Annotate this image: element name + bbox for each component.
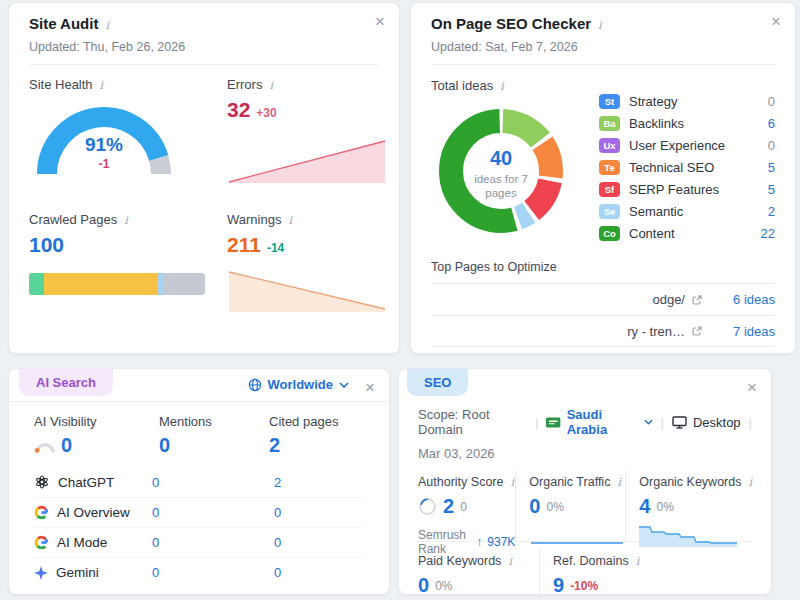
ai-search-widget: AI Search Worldwide × AI Visibility 0 Me… xyxy=(8,368,390,595)
backlinks-badge: Ba xyxy=(599,116,620,131)
ai-visibility-label: AI Visibility xyxy=(34,414,159,429)
semrush-rank-value[interactable]: 937K xyxy=(487,535,515,549)
strategy-badge: St xyxy=(599,94,620,109)
errors-metric: Errorsi 32+30 xyxy=(227,77,387,188)
organic-keywords-sparkline xyxy=(639,522,752,552)
divider xyxy=(29,64,379,65)
legend-label: Content xyxy=(629,226,675,241)
platform-label: AI Mode xyxy=(57,535,107,550)
crawled-pages-metric: Crawled Pagesi 100 xyxy=(29,212,205,317)
ai-search-tab[interactable]: AI Search xyxy=(19,369,113,396)
chatgpt-icon xyxy=(34,474,50,490)
close-icon[interactable]: × xyxy=(365,379,375,396)
region-selector[interactable]: Worldwide xyxy=(248,377,349,392)
crawled-pages-label: Crawled Pages xyxy=(29,212,117,227)
seo-widget: SEO × Scope: Root Domain | Saudi Arabia … xyxy=(398,368,772,595)
legend-value[interactable]: 6 xyxy=(768,116,775,131)
authority-score-value[interactable]: 2 xyxy=(443,495,454,518)
paid-keywords-value[interactable]: 0 xyxy=(418,574,429,597)
legend-value[interactable]: 2 xyxy=(768,204,775,219)
separator: | xyxy=(535,415,538,430)
ideas-link[interactable]: 7 ideas xyxy=(703,324,775,339)
page-link[interactable]: ry - tren… xyxy=(627,324,685,339)
platform-mentions[interactable]: 0 xyxy=(152,505,274,520)
platform-row-gemini: Gemini 0 0 xyxy=(34,557,364,587)
info-icon[interactable]: i xyxy=(500,80,504,93)
info-icon[interactable]: i xyxy=(269,79,273,92)
info-icon[interactable]: i xyxy=(288,214,292,227)
authority-score-metric: Authority Scorei 2 0 Semrush Rank ↑ 937K xyxy=(418,470,515,541)
divider xyxy=(431,64,775,65)
ai-visibility-metric: AI Visibility 0 xyxy=(34,414,159,457)
top-page-row: ry - tren… 7 ideas xyxy=(431,315,775,347)
organic-traffic-value[interactable]: 0 xyxy=(529,495,540,518)
legend-label: Technical SEO xyxy=(629,160,714,175)
ref-domains-label: Ref. Domains xyxy=(553,554,629,568)
platform-cited[interactable]: 0 xyxy=(274,565,364,580)
organic-keywords-delta: 0% xyxy=(656,500,673,514)
organic-traffic-delta: 0% xyxy=(546,500,563,514)
legend-label: Strategy xyxy=(629,94,677,109)
legend-value: 0 xyxy=(768,138,775,153)
legend-value[interactable]: 5 xyxy=(768,160,775,175)
platform-mentions[interactable]: 0 xyxy=(152,535,274,550)
organic-keywords-value[interactable]: 4 xyxy=(639,495,650,518)
rank-up-arrow: ↑ xyxy=(476,535,482,549)
platform-cited[interactable]: 0 xyxy=(274,535,364,550)
authority-gauge-icon xyxy=(418,497,437,516)
ref-domains-value[interactable]: 9 xyxy=(553,574,564,597)
seo-tab[interactable]: SEO xyxy=(407,369,468,396)
platform-label: Gemini xyxy=(56,565,99,580)
platform-cited[interactable]: 0 xyxy=(274,505,364,520)
close-icon[interactable]: × xyxy=(747,379,757,396)
info-icon[interactable]: i xyxy=(510,476,514,489)
mentions-value[interactable]: 0 xyxy=(159,434,170,457)
globe-icon xyxy=(248,378,262,392)
site-audit-widget: Site Auditi × Updated: Thu, Feb 26, 2026… xyxy=(8,2,400,354)
crawled-pages-value[interactable]: 100 xyxy=(29,233,205,257)
errors-value[interactable]: 32 xyxy=(227,98,250,121)
site-health-label: Site Health xyxy=(29,77,93,92)
user-experience-badge: Ux xyxy=(599,138,620,153)
info-icon[interactable]: i xyxy=(100,79,104,92)
errors-trend-chart xyxy=(227,136,387,188)
device-selector[interactable]: Desktop xyxy=(672,415,741,430)
ai-visibility-value[interactable]: 0 xyxy=(61,434,72,457)
cited-pages-value[interactable]: 2 xyxy=(269,434,280,457)
desktop-icon xyxy=(672,416,687,429)
legend-item: SfSERP Features5 xyxy=(599,178,775,200)
info-icon[interactable]: i xyxy=(636,555,640,568)
top-pages-heading: Top Pages to Optimize xyxy=(431,252,775,283)
close-icon[interactable]: × xyxy=(771,13,781,30)
platform-mentions[interactable]: 0 xyxy=(152,565,274,580)
info-icon[interactable]: i xyxy=(598,19,602,32)
legend-item: UxUser Experience0 xyxy=(599,134,775,156)
page-link[interactable]: odge/ xyxy=(652,292,685,307)
total-ideas-value: 40 xyxy=(451,147,551,170)
legend-value[interactable]: 5 xyxy=(768,182,775,197)
info-icon[interactable]: i xyxy=(748,476,752,489)
external-link-icon[interactable] xyxy=(691,294,703,306)
total-ideas-label: Total ideas xyxy=(431,78,493,93)
info-icon[interactable]: i xyxy=(105,19,109,32)
legend-value[interactable]: 22 xyxy=(761,226,775,241)
legend-item: SeSemantic2 xyxy=(599,200,775,222)
info-icon[interactable]: i xyxy=(617,476,621,489)
platform-cited[interactable]: 2 xyxy=(274,475,364,490)
mentions-label: Mentions xyxy=(159,414,269,429)
paid-keywords-metric: Paid Keywordsi 0 0% Paid Traffic 0 xyxy=(418,549,539,600)
country-selector[interactable]: Saudi Arabia xyxy=(546,407,652,437)
external-link-icon[interactable] xyxy=(691,325,703,337)
country-label: Saudi Arabia xyxy=(567,407,638,437)
info-icon[interactable]: i xyxy=(508,555,512,568)
platform-row-ai-mode: AI Mode 0 0 xyxy=(34,527,364,557)
legend-item: BaBacklinks6 xyxy=(599,112,775,134)
warnings-value[interactable]: 211 xyxy=(227,233,261,256)
ideas-link[interactable]: 6 ideas xyxy=(703,292,775,307)
gemini-icon xyxy=(34,566,48,580)
close-icon[interactable]: × xyxy=(375,13,385,30)
legend-label: User Experience xyxy=(629,138,725,153)
platform-mentions[interactable]: 0 xyxy=(152,475,274,490)
region-label: Worldwide xyxy=(268,377,333,392)
info-icon[interactable]: i xyxy=(124,214,128,227)
